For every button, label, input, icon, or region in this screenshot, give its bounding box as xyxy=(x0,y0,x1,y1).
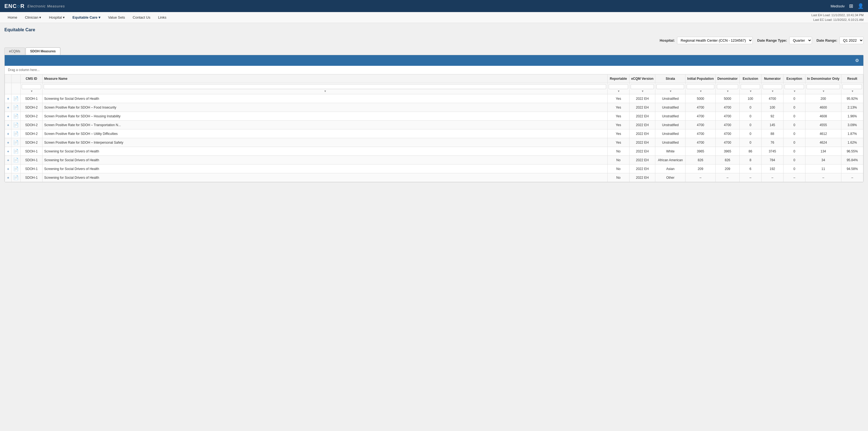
cell-denominator: 4700 xyxy=(715,103,739,112)
col-header-ecqm-version: eCQM Version xyxy=(629,74,655,83)
grid-icon[interactable]: ⊞ xyxy=(849,3,853,9)
cell-exception: – xyxy=(783,173,805,182)
strata-filter-input[interactable] xyxy=(656,84,684,89)
cms-id-filter-input[interactable] xyxy=(22,84,41,89)
expand-cell[interactable]: + xyxy=(5,112,11,121)
expand-icon[interactable]: + xyxy=(7,114,9,119)
cell-initial_population: 4700 xyxy=(685,112,716,121)
cell-reportable: Yes xyxy=(607,94,629,103)
filter-cell-denominator: ▼ xyxy=(715,83,739,94)
cell-exclusion: 8 xyxy=(739,156,761,165)
table-row: +📄SDOH-1Screening for Social Drivers of … xyxy=(5,147,863,156)
gear-icon[interactable]: ⚙ xyxy=(855,58,859,63)
filter-cell-cms-id: ▼ xyxy=(21,83,42,94)
exclusion-filter-input[interactable] xyxy=(741,84,760,89)
cell-initial_population: 4700 xyxy=(685,138,716,147)
table-row: +📄SDOH-1Screening for Social Drivers of … xyxy=(5,173,863,182)
col-header-icon xyxy=(11,74,21,83)
cell-exception: 0 xyxy=(783,147,805,156)
cell-reportable: Yes xyxy=(607,112,629,121)
menu-links[interactable]: Links xyxy=(155,14,169,21)
expand-icon[interactable]: + xyxy=(7,158,9,162)
user-icon[interactable]: 👤 xyxy=(858,3,864,9)
date-range-select[interactable]: Q1 2022 xyxy=(839,37,864,44)
filter-icon-initial-pop: ▼ xyxy=(700,90,702,93)
cell-initial_population: 4700 xyxy=(685,129,716,138)
expand-icon[interactable]: + xyxy=(7,97,9,101)
expand-icon[interactable]: + xyxy=(7,175,9,180)
hospital-select[interactable]: Regional Health Center (CCN - 1234567) xyxy=(677,37,753,44)
cell-strata: Unstratified xyxy=(655,94,685,103)
tab-ecqms[interactable]: eCQMs xyxy=(4,47,25,55)
cell-exception: 0 xyxy=(783,165,805,173)
tab-sdoh-measures[interactable]: SDOH Measures xyxy=(26,47,60,55)
cell-exception: 0 xyxy=(783,112,805,121)
cell-in_denom_only: 4608 xyxy=(805,112,841,121)
orange-doc-icon: 📄 xyxy=(13,105,19,110)
filter-icon-result: ▼ xyxy=(851,90,854,93)
cell-ecqm_version: 2022 EH xyxy=(629,138,655,147)
expand-icon[interactable]: + xyxy=(7,123,9,127)
menu-hospital[interactable]: Hospital ▾ xyxy=(45,14,68,21)
in-denom-only-filter-input[interactable] xyxy=(807,84,840,89)
filter-cell-strata: ▼ xyxy=(655,83,685,94)
filter-cell-result: ▼ xyxy=(841,83,863,94)
expand-icon[interactable]: + xyxy=(7,149,9,154)
table-header-bar: ⚙ xyxy=(5,55,863,66)
cell-initial_population: 826 xyxy=(685,156,716,165)
menu-equitable-care[interactable]: Equitable Care ▾ xyxy=(69,14,104,21)
expand-icon[interactable]: + xyxy=(7,167,9,171)
cell-in_denom_only: 4555 xyxy=(805,121,841,129)
date-range-type-select[interactable]: Quarter xyxy=(789,37,812,44)
cell-denominator: 209 xyxy=(715,165,739,173)
menu-contact-us[interactable]: Contact Us xyxy=(129,14,154,21)
filter-icon-exclusion: ▼ xyxy=(749,90,752,93)
expand-cell[interactable]: + xyxy=(5,138,11,147)
cell-numerator: 88 xyxy=(761,129,783,138)
initial-pop-filter-input[interactable] xyxy=(687,84,714,89)
cell-cms_id: SDOH-2 xyxy=(21,138,42,147)
expand-cell[interactable]: + xyxy=(5,121,11,129)
cell-exception: 0 xyxy=(783,121,805,129)
doc-icon-cell: 📄 xyxy=(11,156,21,165)
expand-icon[interactable]: + xyxy=(7,105,9,110)
cell-exception: 0 xyxy=(783,103,805,112)
measure-name-filter-input[interactable] xyxy=(43,84,606,89)
menu-value-sets[interactable]: Value Sets xyxy=(105,14,128,21)
numerator-filter-input[interactable] xyxy=(763,84,782,89)
col-header-initial-population: Initial Population xyxy=(685,74,716,83)
tabs-row: eCQMs SDOH Measures xyxy=(4,47,864,55)
exception-filter-input[interactable] xyxy=(784,84,804,89)
cell-measure_name: Screening for Social Drivers of Health xyxy=(42,94,608,103)
expand-cell[interactable]: + xyxy=(5,129,11,138)
date-range-label: Date Range: xyxy=(816,38,837,42)
reportable-filter-input[interactable] xyxy=(609,84,628,89)
expand-cell[interactable]: + xyxy=(5,103,11,112)
filter-icon-ecqm: ▼ xyxy=(641,90,644,93)
date-range-type-group: Date Range Type: Quarter xyxy=(757,37,812,44)
cell-measure_name: Screening for Social Drivers of Health xyxy=(42,165,608,173)
cell-denominator: 4700 xyxy=(715,138,739,147)
expand-icon[interactable]: + xyxy=(7,132,9,136)
expand-cell[interactable]: + xyxy=(5,173,11,182)
cell-ecqm_version: 2022 EH xyxy=(629,103,655,112)
cell-strata: Unstratified xyxy=(655,129,685,138)
expand-cell[interactable]: + xyxy=(5,156,11,165)
blue-doc-icon: 📄 xyxy=(13,166,19,171)
menu-home[interactable]: Home xyxy=(4,14,21,21)
result-filter-input[interactable] xyxy=(842,84,862,89)
expand-cell[interactable]: + xyxy=(5,165,11,173)
page-title: Equitable Care xyxy=(4,27,864,32)
col-header-expand xyxy=(5,74,11,83)
filter-cell-exception: ▼ xyxy=(783,83,805,94)
cell-numerator: 3745 xyxy=(761,147,783,156)
expand-icon[interactable]: + xyxy=(7,140,9,145)
expand-cell[interactable]: + xyxy=(5,147,11,156)
cell-denominator: 826 xyxy=(715,156,739,165)
date-range-group: Date Range: Q1 2022 xyxy=(816,37,864,44)
denominator-filter-input[interactable] xyxy=(717,84,738,89)
cell-result: 1.62% xyxy=(841,138,863,147)
expand-cell[interactable]: + xyxy=(5,94,11,103)
menu-clinician[interactable]: Clinician ▾ xyxy=(22,14,45,21)
ecqm-filter-input[interactable] xyxy=(631,84,654,89)
